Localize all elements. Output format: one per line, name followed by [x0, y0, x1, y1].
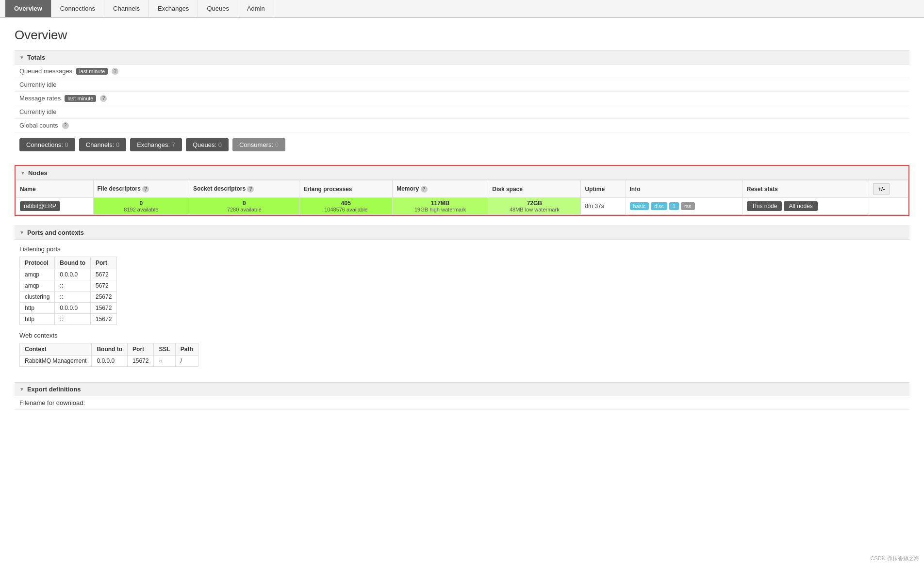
nav-connections[interactable]: Connections — [51, 0, 104, 17]
nodes-triangle: ▼ — [20, 170, 25, 176]
col-ssl: SSL — [154, 343, 175, 356]
filename-label: Filename for download: — [19, 399, 85, 406]
channels-count-btn[interactable]: Channels: 0 — [79, 138, 126, 151]
currently-idle-1-row: Currently idle — [15, 78, 909, 92]
memory-help-icon[interactable]: ? — [421, 186, 428, 193]
erlang-cell: 405 1048576 available — [299, 198, 393, 215]
table-row: clustering::25672 — [20, 292, 117, 303]
count-buttons-row: Connections: 0 Channels: 0 Exchanges: 7 … — [15, 132, 909, 157]
listening-tbody: amqp0.0.0.05672amqp::5672clustering::256… — [20, 269, 117, 325]
file-desc-cell: 0 8192 available — [93, 198, 189, 215]
col-context: Context — [20, 343, 92, 356]
memory-watermark: 19GB high watermark — [396, 207, 484, 212]
file-desc-available: 8192 available — [98, 207, 185, 212]
listening-header-row: Protocol Bound to Port — [20, 257, 117, 269]
col-bound-to: Bound to — [55, 257, 91, 269]
table-row: rabbit@ERP 0 8192 available 0 7280 — [16, 198, 908, 215]
nav-channels[interactable]: Channels — [104, 0, 149, 17]
erlang-available: 1048576 available — [303, 207, 388, 212]
col-protocol: Protocol — [20, 257, 55, 269]
col-path: Path — [175, 343, 198, 356]
file-desc-help-icon[interactable]: ? — [142, 186, 149, 193]
currently-idle-2-label: Currently idle — [19, 108, 57, 115]
export-label: Export definitions — [27, 386, 81, 393]
table-row: amqp0.0.0.05672 — [20, 269, 117, 280]
message-rates-help[interactable]: ? — [100, 95, 107, 102]
info-badge-num: 1 — [669, 202, 679, 210]
memory-cell: 117MB 19GB high watermark — [393, 198, 488, 215]
totals-header: ▼ Totals — [15, 50, 909, 65]
nav-overview[interactable]: Overview — [5, 0, 51, 17]
nodes-table-header-row: Name File descriptors ? Socket descripto… — [16, 180, 908, 198]
nav-bar: Overview Connections Channels Exchanges … — [0, 0, 924, 18]
socket-desc-value: 0 — [193, 200, 295, 207]
uptime-cell: 8m 37s — [581, 198, 626, 215]
col-port: Port — [91, 257, 117, 269]
reset-cell: This node All nodes — [742, 198, 869, 215]
erlang-value: 405 — [303, 200, 388, 207]
col-reset: Reset stats — [742, 180, 869, 198]
col-erlang: Erlang processes — [299, 180, 393, 198]
nav-exchanges[interactable]: Exchanges — [149, 0, 198, 17]
nav-queues[interactable]: Queues — [198, 0, 238, 17]
socket-desc-cell: 0 7280 available — [189, 198, 299, 215]
col-memory: Memory ? — [393, 180, 488, 198]
consumers-count-btn[interactable]: Consumers: 0 — [232, 138, 285, 151]
ports-section: ▼ Ports and contexts Listening ports Pro… — [15, 226, 909, 373]
col-plus-minus: +/- — [869, 180, 908, 198]
web-header-row: Context Bound to Port SSL Path — [20, 343, 198, 356]
listening-ports-label: Listening ports — [19, 245, 905, 253]
this-node-button[interactable]: This node — [747, 201, 782, 211]
col-socket-desc: Socket descriptors ? — [189, 180, 299, 198]
web-contexts-table: Context Bound to Port SSL Path RabbitMQ … — [19, 343, 198, 367]
col-disk: Disk space — [488, 180, 581, 198]
all-nodes-button[interactable]: All nodes — [784, 201, 817, 211]
info-badges: basic disc 1 rss — [630, 202, 739, 210]
nodes-section: ▼ Nodes Name File descriptors ? Socket d… — [15, 165, 909, 216]
info-badge-disc[interactable]: disc — [651, 202, 667, 210]
uptime-value: 8m 37s — [585, 203, 604, 210]
nodes-table: Name File descriptors ? Socket descripto… — [16, 180, 908, 215]
exchanges-count-btn[interactable]: Exchanges: 7 — [130, 138, 182, 151]
reset-buttons: This node All nodes — [747, 201, 865, 211]
disk-watermark: 48MB low watermark — [492, 207, 577, 212]
export-header: ▼ Export definitions — [15, 382, 909, 396]
listening-ports-section: Listening ports Protocol Bound to Port a… — [15, 240, 909, 373]
table-row: http0.0.0.015672 — [20, 303, 117, 314]
queued-messages-row: Queued messages last minute ? — [15, 65, 909, 78]
queues-count-btn[interactable]: Queues: 0 — [186, 138, 229, 151]
info-cell: basic disc 1 rss — [626, 198, 742, 215]
filename-row: Filename for download: — [15, 396, 909, 410]
file-desc-value: 0 — [98, 200, 185, 207]
currently-idle-1-label: Currently idle — [19, 81, 57, 88]
queued-messages-help[interactable]: ? — [112, 68, 118, 75]
listening-table: Protocol Bound to Port amqp0.0.0.05672am… — [19, 257, 117, 325]
nodes-header: ▼ Nodes — [16, 166, 908, 180]
page-title: Overview — [15, 28, 909, 43]
plus-minus-button[interactable]: +/- — [873, 183, 890, 194]
ports-triangle: ▼ — [19, 230, 24, 235]
message-rates-row: Message rates last minute ? — [15, 92, 909, 105]
global-counts-help[interactable]: ? — [62, 122, 69, 129]
empty-last-cell — [869, 198, 908, 215]
col-info: Info — [626, 180, 742, 198]
info-badge-basic[interactable]: basic — [630, 202, 649, 210]
nav-admin[interactable]: Admin — [238, 0, 274, 17]
global-counts-row: Global counts ? — [15, 119, 909, 132]
currently-idle-2-row: Currently idle — [15, 105, 909, 119]
col-port-web: Port — [128, 343, 154, 356]
node-name-cell: rabbit@ERP — [16, 198, 94, 215]
totals-triangle: ▼ — [19, 55, 24, 60]
socket-desc-available: 7280 available — [193, 207, 295, 212]
table-row: http::15672 — [20, 314, 117, 325]
socket-desc-help-icon[interactable]: ? — [247, 186, 254, 193]
col-uptime: Uptime — [581, 180, 626, 198]
connections-count-btn[interactable]: Connections: 0 — [19, 138, 75, 151]
disk-cell: 72GB 48MB low watermark — [488, 198, 581, 215]
col-name: Name — [16, 180, 94, 198]
export-triangle: ▼ — [19, 387, 24, 392]
table-row: RabbitMQ Management0.0.0.015672○/ — [20, 356, 198, 367]
info-badge-rss[interactable]: rss — [681, 202, 695, 210]
nodes-label: Nodes — [28, 169, 48, 177]
message-rates-label: Message rates — [19, 95, 61, 102]
